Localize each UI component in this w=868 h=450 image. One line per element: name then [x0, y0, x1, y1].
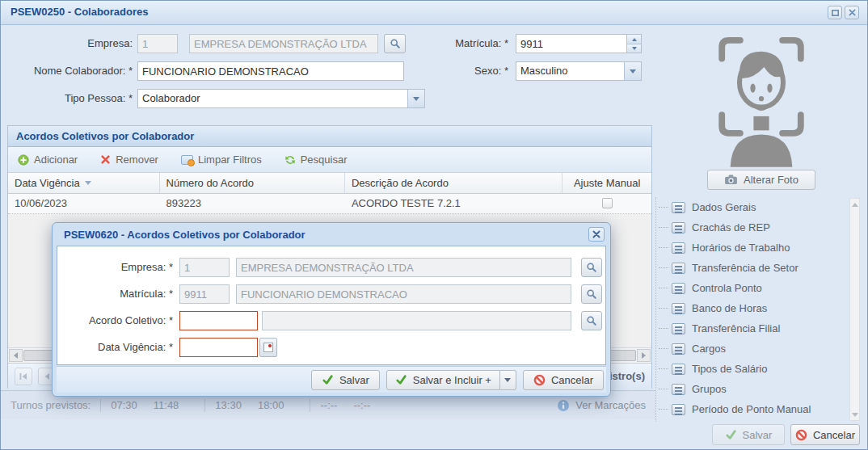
- modal-close-button[interactable]: [588, 227, 605, 242]
- arrow-down-icon: [632, 47, 637, 50]
- arrow-down-icon: [852, 413, 858, 417]
- salvar-incluir-menu-trigger[interactable]: [500, 370, 516, 390]
- sidebar-tree-item[interactable]: Cargos: [659, 339, 848, 359]
- turno-time: 13:30: [215, 399, 242, 411]
- cancel-icon: [795, 429, 807, 441]
- salvar-label: Salvar: [743, 429, 773, 441]
- cell-data-vigencia: 10/06/2023: [8, 194, 160, 213]
- sidebar-tree-item[interactable]: Crachás de REP: [659, 217, 848, 238]
- sidebar-tree-item[interactable]: Transferência Filial: [659, 318, 848, 339]
- tipo-pessoa-dropdown-trigger[interactable]: [407, 90, 424, 107]
- scroll-right-button[interactable]: [637, 349, 651, 362]
- empresa-code-field[interactable]: [179, 258, 230, 277]
- column-label: Ajuste Manual: [574, 173, 640, 193]
- sidebar-item-label: Período de Ponto Manual: [692, 403, 811, 415]
- data-vigencia-input[interactable]: [179, 338, 258, 357]
- sexo-label: Sexo: *: [405, 61, 508, 81]
- empresa-name-field[interactable]: [189, 34, 378, 53]
- chevron-down-icon: [504, 378, 511, 382]
- sidebar-tree-item[interactable]: Banco de Horas: [659, 298, 848, 318]
- cell-descricao-acordo: ACORDO TESTE 7.2.1: [345, 194, 563, 213]
- column-header-data-vigencia[interactable]: Data Vigência: [8, 173, 160, 193]
- modal-body: Empresa: * Matrícula: * Acordo Coletivo:…: [57, 246, 606, 365]
- ver-marcacoes-label: Ver Marcações: [575, 399, 646, 411]
- date-picker-button[interactable]: [259, 338, 277, 357]
- empresa-search-button[interactable]: [384, 34, 406, 53]
- modal-cancelar-button[interactable]: Cancelar: [523, 370, 604, 390]
- maximize-button[interactable]: [828, 6, 842, 19]
- sidebar-tree-item[interactable]: Período de Ponto Manual: [659, 399, 848, 419]
- search-icon: [586, 262, 597, 273]
- close-button[interactable]: [845, 6, 859, 19]
- separator: [204, 399, 205, 412]
- column-header-numero-acordo[interactable]: Número do Acordo: [160, 173, 345, 193]
- limpar-filtros-label: Limpar Filtros: [198, 154, 262, 166]
- sidebar-item-label: Banco de Horas: [692, 302, 767, 314]
- chevron-down-icon: [630, 69, 636, 74]
- acordo-code-input[interactable]: [179, 311, 258, 330]
- matricula-label: Matrícula: *: [405, 34, 508, 53]
- nome-colaborador-input[interactable]: [137, 61, 404, 81]
- sidebar-tree-item[interactable]: Controla Ponto: [659, 278, 848, 298]
- matricula-code-field[interactable]: [179, 284, 230, 304]
- ver-marcacoes-link[interactable]: Ver Marcações: [557, 399, 646, 412]
- alterar-foto-label: Alterar Foto: [744, 174, 798, 186]
- modal-salvar-incluir-label: Salvar e Incluir +: [413, 374, 491, 386]
- first-page-button[interactable]: [15, 368, 32, 385]
- empresa-search-button[interactable]: [581, 258, 602, 277]
- pesquisar-button[interactable]: Pesquisar: [284, 154, 348, 166]
- form-page-icon: [672, 343, 685, 355]
- column-header-descricao-acordo[interactable]: Descrição de Acordo: [345, 173, 563, 193]
- adicionar-button[interactable]: Adicionar: [18, 154, 78, 166]
- alterar-foto-button[interactable]: Alterar Foto: [707, 170, 815, 190]
- modal-row-data-vigencia: Data Vigência: *: [57, 338, 605, 357]
- scroll-down-button[interactable]: [850, 409, 859, 420]
- sidebar-tree-item[interactable]: Tipos de Salário: [659, 359, 848, 379]
- empresa-name-field[interactable]: [236, 258, 571, 277]
- spin-down-button[interactable]: [627, 44, 641, 53]
- salvar-button[interactable]: Salvar: [712, 424, 785, 445]
- empresa-code-field[interactable]: [137, 34, 178, 53]
- acordo-name-field[interactable]: [262, 311, 571, 330]
- separator: [310, 399, 310, 412]
- data-vigencia-label: Data Vigência: *: [57, 338, 173, 357]
- sexo-dropdown-trigger[interactable]: [624, 62, 641, 80]
- ajuste-manual-checkbox[interactable]: [602, 198, 613, 208]
- turno-time: 11:48: [154, 399, 179, 411]
- modal-salvar-incluir-button[interactable]: Salvar e Incluir +: [386, 370, 500, 390]
- sidebar-item-label: Cargos: [692, 343, 726, 355]
- column-header-ajuste-manual[interactable]: Ajuste Manual: [563, 173, 651, 193]
- chevron-down-icon: [413, 97, 419, 101]
- form-page-icon: [672, 364, 685, 375]
- pesquisar-label: Pesquisar: [301, 154, 348, 166]
- matricula-search-button[interactable]: [581, 284, 602, 304]
- sidebar-tree-item[interactable]: Transferência de Setor: [659, 258, 848, 278]
- table-row[interactable]: 10/06/2023 893223 ACORDO TESTE 7.2.1: [8, 194, 651, 214]
- remover-button[interactable]: Remover: [100, 154, 158, 166]
- refresh-icon: [284, 154, 296, 166]
- sidebar-scrollbar[interactable]: [849, 198, 860, 421]
- modal-salvar-label: Salvar: [339, 374, 369, 386]
- matricula-input[interactable]: [516, 34, 642, 53]
- limpar-filtros-button[interactable]: Limpar Filtros: [181, 154, 262, 166]
- sidebar-tree-item[interactable]: Dados Gerais: [659, 197, 848, 217]
- scroll-up-button[interactable]: [850, 199, 859, 210]
- grid-header: Data Vigência Número do Acordo Descrição…: [8, 173, 651, 194]
- acordo-search-button[interactable]: [581, 311, 602, 330]
- scroll-left-button[interactable]: [9, 349, 23, 362]
- matricula-name-field[interactable]: [236, 284, 571, 304]
- tipo-pessoa-combobox[interactable]: Colaborador: [137, 89, 425, 108]
- sidebar-tree: Dados Gerais Crachás de REP Horários de …: [659, 197, 848, 422]
- spin-up-button[interactable]: [627, 35, 641, 44]
- cancelar-button[interactable]: Cancelar: [790, 424, 860, 445]
- check-icon: [725, 429, 737, 440]
- form-row-1: Empresa: Matrícula: *: [1, 34, 649, 53]
- modal-salvar-button[interactable]: Salvar: [311, 370, 380, 390]
- sexo-combobox[interactable]: Masculino: [516, 61, 642, 81]
- search-icon: [390, 38, 401, 49]
- sidebar-tree-item[interactable]: Horários de Trabalho: [659, 238, 848, 258]
- arrow-right-icon: [642, 352, 646, 359]
- modal-row-acordo: Acordo Coletivo: *: [57, 311, 605, 330]
- sidebar-tree-item[interactable]: Grupos: [659, 379, 848, 399]
- calendar-icon: [263, 343, 273, 352]
